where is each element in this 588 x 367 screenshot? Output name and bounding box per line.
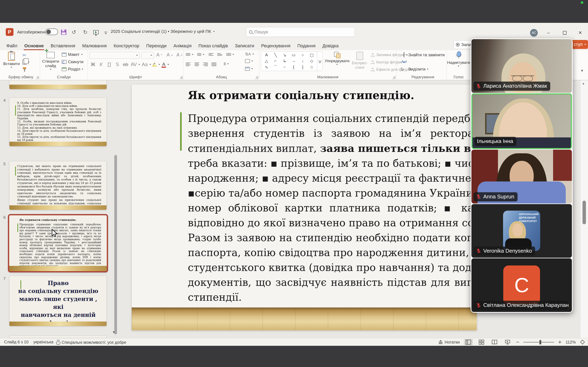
thumbnail-scrollbar[interactable] — [114, 155, 117, 334]
bold-button[interactable]: Ж — [89, 62, 96, 67]
notes-button[interactable]: Нотатки — [438, 340, 460, 345]
layout-button[interactable]: Макет — [62, 52, 83, 57]
format-painter-button[interactable] — [22, 67, 27, 72]
replace-fonts-button[interactable]: A⇄ — [401, 59, 408, 64]
grow-font-button[interactable]: A^ — [156, 52, 162, 58]
reading-view-button[interactable] — [490, 339, 499, 345]
zoom-out-button[interactable]: − — [516, 339, 519, 345]
text-direction-button[interactable]: ⇅A — [245, 52, 254, 57]
tab-6[interactable]: Анімація — [170, 42, 195, 50]
character-spacing-button[interactable]: AV — [130, 62, 137, 67]
zoom-in-button[interactable]: + — [558, 339, 562, 345]
participant-tile-1[interactable]: Лариса Анатоліївна Жмак — [471, 39, 572, 93]
zoom-slider[interactable] — [523, 342, 554, 342]
align-text-button[interactable] — [245, 59, 253, 63]
tab-4[interactable]: Конструктор — [110, 42, 143, 50]
tab-3[interactable]: Малювання — [79, 42, 110, 50]
maximize-button[interactable] — [560, 29, 569, 37]
dictate-button[interactable]: Надиктувати — [448, 51, 469, 67]
justify-button[interactable] — [212, 62, 216, 67]
thumbnail-slide-8-partial[interactable] — [9, 336, 107, 338]
section-button[interactable]: Розділ — [62, 67, 83, 72]
dialog-launcher-icon[interactable] — [36, 76, 39, 79]
scrollbar-thumb[interactable] — [582, 201, 586, 224]
slideshow-view-button[interactable] — [503, 339, 512, 345]
customize-toolbar-button[interactable] — [102, 28, 110, 36]
tab-2[interactable]: Вставлення — [47, 42, 79, 50]
quick-styles-button[interactable]: Експрес- стилі — [351, 52, 369, 70]
tab-5[interactable]: Переходи — [143, 42, 170, 50]
shrink-font-button[interactable]: Av — [167, 52, 173, 58]
search-box[interactable] — [246, 27, 355, 37]
participant-tile-5[interactable]: C Світлана Олександрівна Караулан — [471, 258, 572, 312]
thumbnail-slide-3-partial[interactable] — [9, 80, 107, 89]
shape-13[interactable]: ⌒ — [273, 64, 277, 70]
shape-16[interactable]: } — [302, 65, 303, 69]
document-title[interactable]: 2025 Соціальні стипендії (1) • Збережено… — [111, 29, 215, 34]
dialog-launcher-icon[interactable] — [392, 76, 395, 79]
font-color-button[interactable]: A — [161, 62, 166, 67]
shape-8[interactable]: ↳ — [283, 58, 286, 63]
font-name-select[interactable] — [89, 52, 140, 59]
line-spacing-button[interactable] — [226, 53, 234, 56]
fit-to-window-button[interactable] — [580, 340, 585, 345]
shape-4[interactable]: ○ — [301, 53, 304, 57]
accessibility-status[interactable]: Спеціальні можливості: усе добре — [56, 340, 126, 345]
collapse-ribbon-icon[interactable]: ▾ — [581, 68, 583, 73]
tab-9[interactable]: Рецензування — [258, 42, 294, 50]
language-indicator[interactable]: українська — [33, 340, 53, 344]
minimize-button[interactable]: – — [544, 29, 553, 37]
convert-smartart-button[interactable] — [245, 67, 253, 71]
shape-0[interactable]: A — [265, 53, 268, 57]
dialog-launcher-icon[interactable] — [255, 76, 258, 79]
bullets-button[interactable] — [186, 53, 193, 56]
thumbnail-slide-5[interactable]: Студентам, які мають право на отримання … — [9, 161, 107, 210]
close-button[interactable]: ✕ — [576, 29, 585, 37]
shape-11[interactable]: ◇ — [310, 58, 313, 63]
shape-1[interactable]: ╲ — [274, 53, 277, 58]
autosave-toggle[interactable] — [45, 29, 58, 35]
shapes-gallery-more-button[interactable] — [317, 52, 322, 71]
start-slideshow-button[interactable] — [92, 28, 100, 36]
shape-9[interactable]: → — [292, 58, 296, 63]
font-size-select[interactable] — [141, 52, 154, 59]
new-slide-button[interactable]: Створити слайд — [41, 52, 60, 70]
decrease-indent-button[interactable] — [209, 53, 214, 56]
tab-10[interactable]: Подання — [294, 42, 319, 50]
shape-17[interactable]: ☆ — [310, 65, 314, 69]
tab-0[interactable]: Файл — [3, 42, 21, 50]
zoom-slider-thumb[interactable] — [539, 340, 541, 344]
tab-1[interactable]: Основне — [21, 42, 47, 50]
slide-canvas[interactable]: Як отримати соціальну стипендію. Процеду… — [132, 85, 477, 330]
shape-2[interactable]: ↘ — [283, 53, 286, 58]
tab-8[interactable]: Записати — [231, 42, 258, 50]
cut-button[interactable]: ✂ — [22, 53, 26, 58]
strikethrough-button[interactable]: ab — [122, 62, 129, 67]
increase-indent-button[interactable] — [217, 53, 222, 56]
paste-button[interactable]: Вставити — [4, 52, 19, 68]
copy-button[interactable] — [22, 59, 30, 64]
scroll-up-icon[interactable]: ▴ — [582, 81, 584, 85]
underline-button[interactable]: П — [106, 62, 113, 67]
search-input[interactable] — [254, 29, 352, 35]
shape-10[interactable]: ↓ — [302, 58, 303, 63]
participant-tile-2-speaking[interactable]: Ільницька Інна — [471, 93, 572, 149]
numbering-button[interactable] — [197, 53, 204, 56]
save-button[interactable] — [60, 28, 68, 36]
thumbnail-slide-6-selected[interactable]: Як отримати соціальну стипендію. Процеду… — [8, 214, 108, 272]
arrange-button[interactable]: Упорядкувати — [325, 52, 349, 65]
vertical-scrollbar[interactable]: ▴ — [580, 80, 588, 338]
undo-button[interactable]: ↺ — [70, 28, 78, 36]
shape-15[interactable]: { — [293, 65, 294, 69]
tab-7[interactable]: Показ слайдів — [195, 42, 231, 50]
slide-sorter-view-button[interactable] — [477, 339, 486, 345]
dialog-launcher-icon[interactable] — [180, 76, 182, 79]
participant-tile-3[interactable]: Anna Suprun — [471, 150, 572, 203]
thumbnail-slide-4[interactable]: 9. Особи з інвалідністю внаслідок війни.… — [9, 98, 107, 146]
record-button[interactable]: Записа — [454, 40, 473, 49]
shape-12[interactable]: ∿ — [265, 65, 268, 69]
shape-3[interactable]: ▭ — [292, 53, 296, 58]
user-avatar[interactable]: АС — [530, 29, 538, 37]
shape-14[interactable]: ~ — [283, 65, 286, 69]
thumbnail-scroll-down-icon[interactable]: ▼ — [112, 330, 116, 334]
